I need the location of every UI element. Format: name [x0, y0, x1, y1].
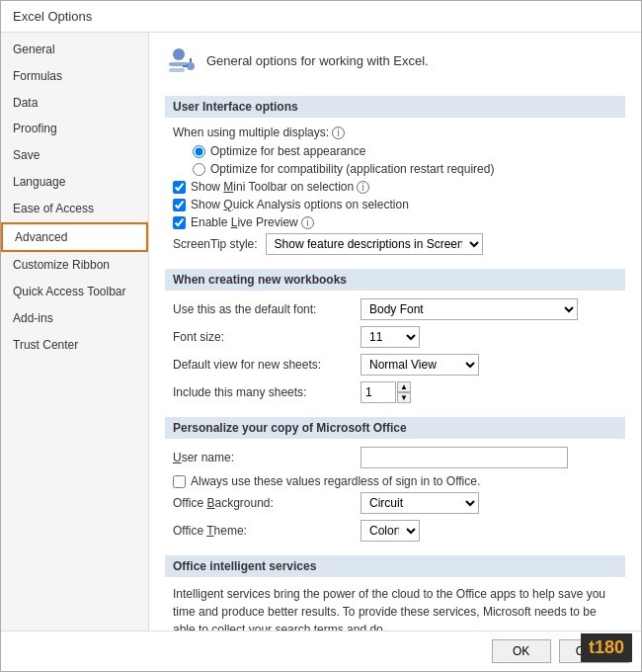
always-use-values-row: Always use these values regardless of si…: [173, 474, 617, 488]
show-quick-analysis-row: Show Quick Analysis options on selection: [173, 198, 617, 211]
font-size-label: Font size:: [173, 330, 361, 344]
office-theme-dropdown[interactable]: Colorful Dark Gray Black White: [361, 520, 420, 542]
default-view-control: Normal View Page Layout View Page Break …: [361, 354, 617, 376]
sidebar-item-language[interactable]: Language: [1, 169, 148, 196]
svg-point-3: [187, 62, 195, 70]
office-background-label: Office Background:: [173, 496, 361, 510]
intelligent-services-content: Intelligent services bring the power of …: [165, 585, 625, 630]
user-interface-header: User Interface options: [165, 96, 625, 118]
default-font-dropdown[interactable]: Body Font Calibri Arial Times New Roman: [361, 298, 578, 320]
new-workbook-content: Use this as the default font: Body Font …: [165, 298, 625, 403]
enable-live-preview-checkbox[interactable]: [173, 216, 186, 229]
svg-point-0: [173, 48, 185, 60]
office-theme-row: Office Theme: Colorful Dark Gray Black W…: [173, 520, 617, 542]
default-font-label: Use this as the default font:: [173, 302, 361, 316]
title-bar: Excel Options: [1, 1, 641, 33]
sidebar-item-formulas[interactable]: Formulas: [1, 63, 148, 90]
default-view-dropdown[interactable]: Normal View Page Layout View Page Break …: [361, 354, 479, 376]
display-radio-group: Optimize for best appearance Optimize fo…: [193, 144, 617, 176]
svg-rect-2: [169, 68, 185, 72]
font-size-control: 8 9 10 11 12 14: [361, 326, 617, 348]
username-row: User name:: [173, 447, 617, 468]
enable-live-preview-row: Enable Live Preview i: [173, 215, 617, 229]
radio-best-appearance[interactable]: [193, 145, 205, 158]
personalize-content: User name: Always use these values regar…: [165, 447, 625, 542]
intelligent-services-header: Office intelligent services: [165, 555, 625, 577]
mini-toolbar-info-icon[interactable]: i: [357, 181, 369, 194]
sidebar-item-save[interactable]: Save: [1, 142, 148, 169]
sidebar-item-customize-ribbon[interactable]: Customize Ribbon: [1, 252, 148, 279]
personalize-section: Personalize your copy of Microsoft Offic…: [165, 417, 625, 542]
multiple-displays-info-icon[interactable]: i: [332, 126, 345, 139]
office-background-dropdown[interactable]: Circuit None Calligraphy Clouds: [361, 492, 479, 514]
sidebar-item-proofing[interactable]: Proofing: [1, 116, 148, 142]
default-view-row: Default view for new sheets: Normal View…: [173, 354, 617, 376]
sidebar-item-ease-of-access[interactable]: Ease of Access: [1, 196, 148, 222]
sidebar-item-add-ins[interactable]: Add-ins: [1, 305, 148, 332]
sheets-count-up[interactable]: ▲: [397, 381, 411, 392]
font-size-row: Font size: 8 9 10 11 12 14: [173, 326, 617, 348]
radio-compatibility[interactable]: [193, 163, 205, 176]
username-input[interactable]: [361, 447, 568, 468]
office-theme-label: Office Theme:: [173, 524, 361, 538]
show-mini-toolbar-checkbox[interactable]: [173, 181, 186, 194]
intelligent-services-section: Office intelligent services Intelligent …: [165, 555, 625, 630]
default-font-control: Body Font Calibri Arial Times New Roman: [361, 298, 617, 320]
sidebar-item-general[interactable]: General: [1, 37, 148, 63]
screentip-dropdown[interactable]: Show feature descriptions in ScreenTips …: [266, 233, 483, 255]
default-font-row: Use this as the default font: Body Font …: [173, 298, 617, 320]
new-workbook-header: When creating new workbooks: [165, 269, 625, 291]
multiple-displays-label-row: When using multiple displays: i: [173, 126, 617, 139]
watermark: t180: [581, 633, 632, 662]
title-bar-text: Excel Options: [13, 9, 92, 24]
live-preview-info-icon[interactable]: i: [301, 216, 314, 229]
sheets-count-row: Include this many sheets: ▲ ▼: [173, 381, 617, 403]
page-header: General options for working with Excel.: [165, 44, 625, 84]
screentip-row: ScreenTip style: Show feature descriptio…: [173, 233, 617, 255]
office-background-control: Circuit None Calligraphy Clouds: [361, 492, 617, 514]
dialog-footer: OK Cancel: [1, 630, 641, 671]
username-control: [361, 447, 617, 468]
new-workbook-section: When creating new workbooks Use this as …: [165, 269, 625, 403]
intelligent-services-text: Intelligent services bring the power of …: [173, 585, 617, 630]
font-size-dropdown[interactable]: 8 9 10 11 12 14: [361, 326, 420, 348]
ok-button[interactable]: OK: [492, 639, 551, 663]
sidebar-item-trust-center[interactable]: Trust Center: [1, 332, 148, 359]
always-use-values-checkbox[interactable]: [173, 475, 186, 488]
sheets-count-label: Include this many sheets:: [173, 385, 361, 399]
sidebar: General Formulas Data Proofing Save Lang…: [1, 33, 149, 630]
office-theme-control: Colorful Dark Gray Black White: [361, 520, 617, 542]
show-mini-toolbar-row: Show Mini Toolbar on selection i: [173, 180, 617, 194]
sheets-count-control: ▲ ▼: [361, 381, 617, 403]
sheets-count-input[interactable]: [361, 381, 396, 403]
sidebar-item-quick-access[interactable]: Quick Access Toolbar: [1, 279, 148, 305]
main-content: General options for working with Excel. …: [149, 33, 641, 630]
sidebar-item-advanced[interactable]: Advanced: [1, 222, 148, 253]
sidebar-item-data[interactable]: Data: [1, 90, 148, 117]
username-label: User name:: [173, 451, 361, 464]
sheets-count-spinner: ▲ ▼: [397, 381, 411, 403]
sheets-count-down[interactable]: ▼: [397, 392, 411, 403]
radio-optimize-appearance: Optimize for best appearance: [193, 144, 617, 158]
page-header-text: General options for working with Excel.: [206, 53, 429, 68]
general-icon: [165, 44, 197, 76]
default-view-label: Default view for new sheets:: [173, 358, 361, 372]
screentip-label: ScreenTip style:: [173, 237, 258, 251]
user-interface-section: User Interface options When using multip…: [165, 96, 625, 255]
office-background-row: Office Background: Circuit None Calligra…: [173, 492, 617, 514]
radio-optimize-compatibility: Optimize for compatibility (application …: [193, 162, 617, 176]
personalize-header: Personalize your copy of Microsoft Offic…: [165, 417, 625, 439]
show-quick-analysis-checkbox[interactable]: [173, 199, 186, 211]
user-interface-content: When using multiple displays: i Optimize…: [165, 126, 625, 255]
